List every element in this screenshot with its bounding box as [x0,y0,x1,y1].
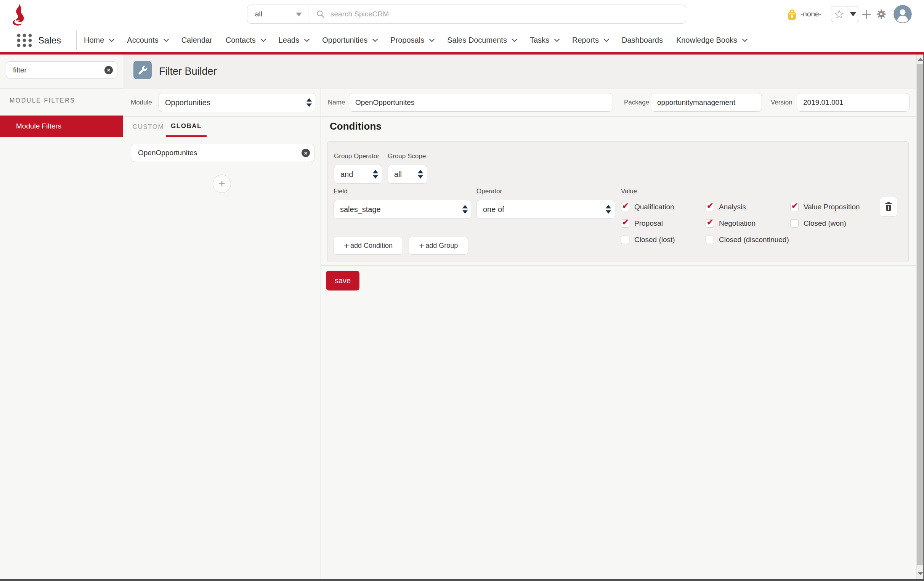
nav-item-contacts[interactable]: Contacts [226,36,265,45]
search-box [309,5,686,23]
scroll-up-arrow-icon[interactable] [918,58,923,61]
package-input[interactable] [651,93,762,112]
operator-select[interactable]: one of [477,200,615,219]
checkbox-unchecked-icon[interactable] [706,236,714,244]
clear-search-icon[interactable]: × [104,66,113,74]
value-option-negotiation[interactable]: Negotiation [706,219,790,228]
star-icon [834,9,844,20]
checkbox-unchecked-icon[interactable] [790,219,799,228]
delete-condition-button[interactable] [880,197,897,216]
add-filter-button[interactable]: + [213,175,231,193]
checkbox-label: Proposal [634,219,663,228]
tab-custom[interactable]: CUSTOM [131,117,166,137]
settings-button[interactable] [876,9,887,21]
plus-icon [344,241,349,251]
group-operator-select[interactable]: and [334,165,382,184]
top-bar: S all -none- [0,0,924,28]
value-options: QualificationProposalClosed (lost)Analys… [621,203,875,252]
search-scope-select[interactable]: all [248,5,309,23]
filter-name-input[interactable] [131,144,315,162]
select-spinner-icon [606,205,611,214]
svg-text:S: S [17,19,20,25]
value-option-qualification[interactable]: Qualification [621,203,706,211]
chevron-down-icon [163,36,169,42]
checkbox-checked-icon[interactable] [706,203,714,211]
spicecrm-logo-icon[interactable]: S [11,3,26,26]
nav-item-tasks[interactable]: Tasks [530,36,559,45]
chevron-down-icon [261,36,266,42]
checkbox-checked-icon[interactable] [706,219,714,228]
field-select[interactable]: sales_stage [333,200,472,219]
value-option-closed-discontinued[interactable]: Closed (discontinued) [706,236,790,244]
chevron-down-icon [373,36,378,42]
checkbox-unchecked-icon[interactable] [621,236,629,244]
nav-item-home[interactable]: Home [84,36,114,45]
nav-item-label: Calendar [182,36,212,45]
checkbox-checked-icon[interactable] [621,203,629,211]
value-option-proposal[interactable]: Proposal [621,219,706,228]
sidebar-item-module-filters[interactable]: Module Filters [0,116,123,137]
field-select-value: sales_stage [340,205,381,214]
chevron-down-icon [512,36,517,42]
user-avatar[interactable] [894,5,912,23]
value-option-column: QualificationProposalClosed (lost) [621,203,706,252]
value-option-value-proposition[interactable]: Value Proposition [790,203,875,211]
tab-global[interactable]: GLOBAL [166,117,206,137]
nav-item-proposals[interactable]: Proposals [390,36,434,45]
scroll-down-arrow-icon[interactable] [918,572,923,575]
nav-item-leads[interactable]: Leads [279,36,309,45]
nav-item-accounts[interactable]: Accounts [127,36,168,45]
window-bottom-edge [0,579,924,581]
checkbox-checked-icon[interactable] [621,219,629,228]
name-input[interactable] [349,93,613,112]
version-input[interactable] [797,93,909,112]
tab-label: CUSTOM [133,123,164,131]
global-search-input[interactable] [330,10,686,18]
scrollbar-thumb[interactable] [917,64,924,565]
nav-item-knowledge-books[interactable]: Knowledge Books [676,36,747,45]
group-scope-label: Group Scope [388,152,426,160]
remove-filter-icon[interactable]: × [302,149,310,157]
search-icon [316,10,325,19]
module-select[interactable]: Opportunities [158,93,316,112]
nav-item-sales-documents[interactable]: Sales Documents [447,36,516,45]
value-option-closed-lost[interactable]: Closed (lost) [621,236,706,244]
dropdown-caret-icon [296,13,302,17]
nav-item-calendar[interactable]: Calendar [182,36,212,45]
group-scope-value: all [394,170,402,179]
page-title: Filter Builder [159,54,217,88]
nav-item-reports[interactable]: Reports [572,36,608,45]
save-button[interactable]: save [326,271,360,290]
operator-label: Operator [477,188,502,195]
version-label: Version [771,88,792,117]
add-condition-button[interactable]: add Condition [333,237,403,255]
filter-list-item-row: × [123,137,320,169]
favorite-star-button[interactable] [832,7,847,22]
global-search: all [247,5,686,24]
search-scope-value: all [255,10,262,18]
vertical-scrollbar[interactable] [916,54,924,579]
value-option-closed-won[interactable]: Closed (won) [790,219,875,228]
trash-icon [884,201,894,212]
dropdown-caret-icon [850,12,856,17]
nav-item-label: Tasks [530,36,549,45]
nav-items: HomeAccountsCalendarContactsLeadsOpportu… [84,28,747,52]
wrench-icon [137,64,148,76]
checkbox-label: Value Proposition [804,203,860,211]
value-option-analysis[interactable]: Analysis [706,203,790,211]
checkbox-checked-icon[interactable] [790,203,799,211]
chevron-down-icon [742,36,747,42]
nav-item-label: Contacts [226,36,256,45]
app-launcher-grid-icon[interactable] [16,33,33,49]
chevron-down-icon [554,36,559,42]
favorites-dropdown-button[interactable] [847,7,859,22]
sidebar-search-input[interactable] [6,61,117,79]
add-group-label: add Group [426,242,458,250]
add-new-button[interactable] [861,9,872,21]
nav-item-dashboards[interactable]: Dashboards [622,36,663,45]
chevron-down-icon [429,36,434,42]
add-group-button[interactable]: add Group [409,237,468,255]
group-scope-select[interactable]: all [388,165,427,184]
selected-package-label: -none- [800,0,822,28]
nav-item-opportunities[interactable]: Opportunities [322,36,377,45]
